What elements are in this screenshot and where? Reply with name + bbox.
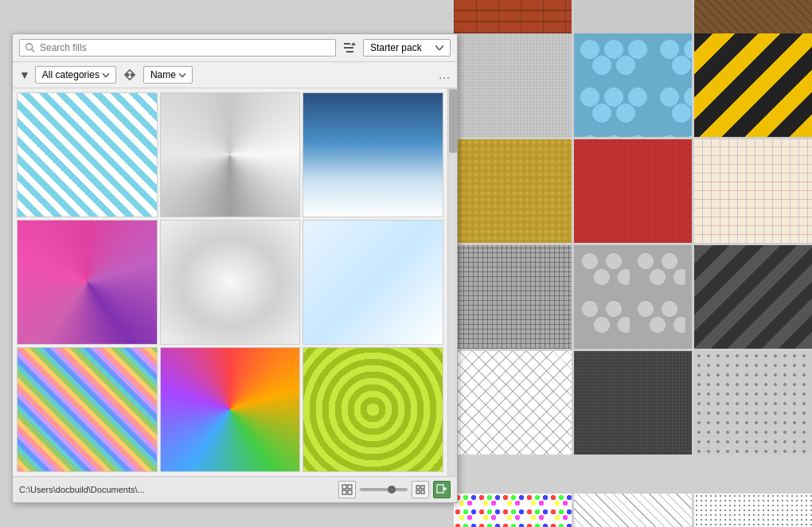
grid-view-button[interactable] (338, 481, 356, 498)
scrollbar-thumb[interactable] (449, 89, 457, 153)
right-tile-row-3 (454, 245, 812, 349)
more-options-button[interactable]: ... (439, 68, 451, 81)
filter-icon: ▼ (19, 68, 30, 81)
add-library-icon (436, 484, 447, 495)
svg-rect-17 (421, 490, 424, 494)
svg-rect-12 (342, 490, 346, 494)
category-label: All categories (42, 69, 100, 80)
fill-item-conic-rainbow[interactable] (160, 347, 301, 472)
search-icon (25, 42, 36, 53)
top-partial-tiles (454, 0, 812, 33)
sort-chevron-icon (179, 73, 185, 77)
filter-bar: ▼ All categories Name ... (13, 62, 457, 88)
chevron-down-icon (435, 45, 443, 50)
sort-tree-button[interactable] (341, 39, 358, 57)
size-slider[interactable] (360, 488, 408, 491)
grey-circles-tile[interactable] (574, 245, 692, 349)
svg-rect-3 (344, 47, 353, 49)
tiny-dots-tile[interactable] (694, 494, 812, 527)
gold-texture-tile[interactable] (454, 139, 572, 243)
light-grey-partial-tile[interactable] (574, 0, 692, 33)
grid-view-icon (342, 484, 353, 495)
grey-dots-tile[interactable] (694, 351, 812, 455)
diamond-sort-icon (123, 68, 136, 81)
svg-point-0 (26, 44, 33, 50)
svg-line-1 (32, 49, 35, 53)
grey-grid-tile[interactable] (454, 245, 572, 349)
diamond-pattern-tile[interactable] (454, 351, 572, 455)
fill-item-concentric-green[interactable] (303, 347, 443, 472)
dark-stripes-tile[interactable] (694, 245, 812, 349)
top-bar: Starter pack (13, 34, 457, 62)
svg-rect-2 (344, 43, 350, 45)
fill-item-gradient-light-blue[interactable] (303, 220, 443, 345)
fills-panel: Starter pack ▼ All categories Name (12, 33, 458, 503)
fill-item-radial-silver[interactable] (160, 220, 301, 345)
sort-label: Name (150, 69, 176, 80)
fills-grid (13, 88, 447, 476)
path-text: C:\Users\docbuild\Documents\... (19, 485, 334, 494)
svg-rect-4 (346, 51, 353, 53)
svg-rect-18 (437, 485, 443, 493)
slider-thumb[interactable] (388, 486, 396, 494)
search-input[interactable] (40, 42, 330, 53)
blue-circles-tile[interactable] (574, 33, 692, 137)
category-chevron-icon (103, 73, 109, 77)
brown-partial-tile[interactable] (694, 0, 812, 33)
bottom-partial-tiles (454, 494, 812, 527)
fill-item-radial-metal[interactable] (160, 92, 301, 217)
fill-item-radial-pink[interactable] (17, 220, 158, 345)
category-dropdown[interactable]: All categories (35, 66, 116, 84)
fill-item-diagonal-cyan[interactable] (17, 92, 158, 217)
fills-grid-area (13, 88, 457, 476)
name-dropdown[interactable]: Name (143, 66, 193, 84)
dark-texture-tile[interactable] (574, 351, 692, 455)
bottom-icons (338, 481, 451, 498)
yellow-stripes-tile[interactable] (694, 33, 812, 137)
svg-rect-13 (348, 490, 352, 494)
svg-rect-15 (421, 486, 424, 489)
svg-rect-14 (416, 486, 420, 489)
sort-direction-icon (121, 66, 139, 84)
fit-icon (415, 484, 426, 495)
right-tiles-grid (454, 33, 812, 494)
bottom-bar: C:\Users\docbuild\Documents\... (13, 476, 457, 502)
diagonal-lines-tile[interactable] (574, 494, 692, 527)
colorful-dots-tile[interactable] (454, 494, 572, 527)
scrollbar[interactable] (447, 88, 457, 476)
search-box[interactable] (19, 39, 336, 57)
fill-item-diagonal-rainbow[interactable] (17, 347, 158, 472)
fit-button[interactable] (412, 481, 429, 498)
svg-marker-5 (351, 42, 356, 45)
svg-rect-16 (416, 490, 420, 494)
cream-pattern-tile[interactable] (694, 139, 812, 243)
fill-item-gradient-blue[interactable] (303, 92, 443, 217)
add-library-button[interactable] (433, 481, 451, 498)
right-tile-row-1 (454, 33, 812, 137)
pack-label: Starter pack (370, 42, 432, 53)
grey-texture-tile[interactable] (454, 33, 572, 137)
svg-rect-11 (348, 485, 352, 489)
sort-tree-icon (342, 41, 357, 55)
brick-partial-tile[interactable] (454, 0, 572, 33)
pack-dropdown[interactable]: Starter pack (363, 39, 451, 57)
red-texture-tile[interactable] (574, 139, 692, 243)
right-tile-row-4 (454, 351, 812, 455)
svg-rect-10 (342, 485, 346, 489)
right-tile-row-2 (454, 139, 812, 243)
